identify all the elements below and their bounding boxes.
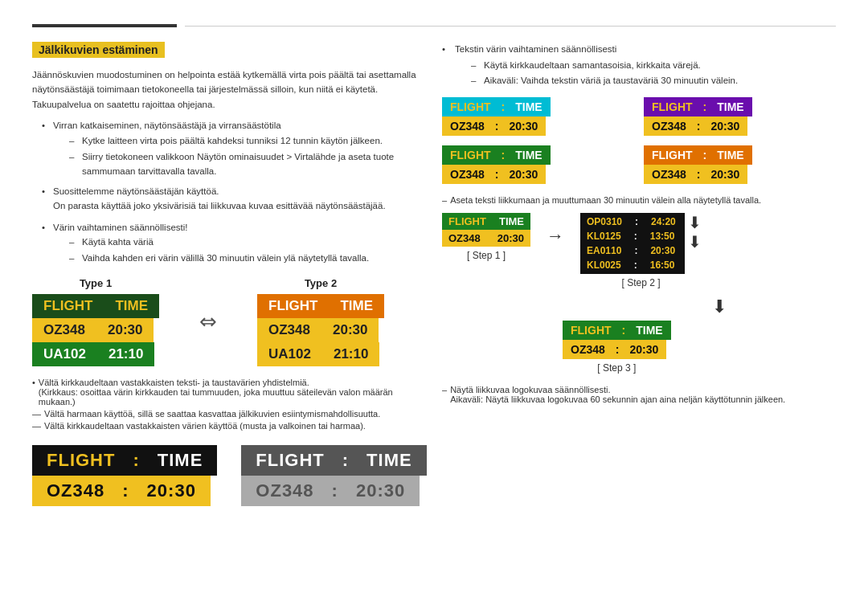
- divider-right: [185, 26, 836, 27]
- mini-display-orange: FLIGHT : TIME OZ348 : 20:30: [644, 145, 836, 184]
- color-dash-list: Käytä kahta väriä Vaihda kahden eri väri…: [53, 235, 418, 266]
- t2-row1-r: 20:30: [321, 318, 379, 342]
- scroll-r4-sep: :: [628, 258, 644, 272]
- step1-block: FLIGHT TIME OZ348 20:30 [ Step 1 ]: [442, 213, 530, 261]
- s3-row-colon: :: [613, 340, 622, 359]
- bd1-header: FLIGHT : TIME: [32, 445, 217, 476]
- t1-header-row: FLIGHT TIME: [32, 294, 159, 318]
- color-bullet: Värin vaihtaminen säännöllisesti! Käytä …: [42, 220, 418, 266]
- right-dash-1: Käytä kirkkaudeltaan samantasoisia, kirk…: [471, 58, 836, 74]
- mf-cyan-hdr-r: TIME: [507, 97, 550, 116]
- type2-display: FLIGHT TIME OZ348 20:30 UA102 21:10: [257, 294, 384, 366]
- right-dash-list-1: Käytä kirkkaudeltaan samantasoisia, kirk…: [455, 58, 836, 89]
- warn-text-2: Vältä harmaan käyttöä, sillä se saattaa …: [44, 409, 380, 419]
- bd2-hdr-r: TIME: [352, 445, 427, 476]
- four-display-grid: FLIGHT : TIME OZ348 : 20:30 FLIGHT :: [442, 97, 836, 184]
- bd2-colon: :: [339, 445, 352, 476]
- s3-hdr-r: TIME: [628, 321, 670, 340]
- scroll-r3-v: 20:30: [644, 243, 682, 258]
- scroll-r2-v: 13:50: [644, 229, 682, 243]
- mf-purple-hdr-l: FLIGHT: [644, 97, 701, 116]
- mf-green-row-l: OZ348: [442, 165, 493, 184]
- t2-row2: UA102 21:10: [257, 342, 384, 366]
- step2-block: OP0310 : 24:20 KL0125 : 13:50: [580, 213, 702, 288]
- mf-orange-colon: :: [701, 145, 710, 165]
- type2-label: Type 2: [257, 277, 384, 289]
- t1-row1-l: OZ348: [32, 318, 96, 342]
- step3-display: FLIGHT : TIME OZ348 : 20:30: [563, 321, 671, 359]
- page: Jälkikuvien estäminen Jäännöskuvien muod…: [0, 0, 868, 530]
- scroll-r1-l: OP0310: [580, 215, 628, 229]
- mf-orange-hdr-l: FLIGHT: [644, 145, 701, 165]
- scroll-r3-l: EA0110: [580, 243, 628, 258]
- s3-colon: :: [620, 321, 628, 340]
- s3-hdr-l: FLIGHT: [563, 321, 620, 340]
- bottom-display-gray: FLIGHT : TIME OZ348 : 20:30: [241, 445, 426, 506]
- scroll-r2-l: KL0125: [580, 229, 628, 243]
- mf-purple-colon: :: [701, 97, 710, 116]
- color-dash-2: Vaihda kahden eri värin välillä 30 minuu…: [69, 251, 418, 265]
- step1-header: FLIGHT TIME: [442, 213, 530, 230]
- mf-purple-row-colon: :: [694, 116, 703, 136]
- right-bullet-1: Tekstin värin vaihtaminen säännöllisesti…: [442, 42, 836, 89]
- step1-arrow-right: →: [547, 226, 564, 247]
- t2-row1-l: OZ348: [257, 318, 321, 342]
- step1-row-l: OZ348: [442, 230, 491, 247]
- t2-row1: OZ348 20:30: [257, 318, 384, 342]
- scroll-r4-l: KL0025: [580, 258, 628, 272]
- mf-green-hdr-l: FLIGHT: [442, 145, 499, 165]
- step3-hdr: FLIGHT : TIME: [563, 321, 671, 340]
- mini-display-purple: FLIGHT : TIME OZ348 : 20:30: [644, 97, 836, 136]
- warn-dash-2: — Vältä harmaan käyttöä, sillä se saatta…: [32, 409, 418, 419]
- scroll-row-1: OP0310 : 24:20: [580, 215, 685, 229]
- mf-orange-row-l: OZ348: [644, 165, 694, 184]
- scroll-r2-sep: :: [628, 229, 644, 243]
- bd1-hdr-r: TIME: [143, 445, 218, 476]
- type1-block: Type 1 FLIGHT TIME OZ348 20:30 UA102: [32, 277, 159, 366]
- bd2-row: OZ348 : 20:30: [241, 476, 426, 506]
- s3-row-l: OZ348: [563, 340, 613, 359]
- mf-green-hdr-r: TIME: [507, 145, 550, 165]
- scroll-row-2: KL0125 : 13:50: [580, 229, 685, 243]
- bd2-row-r: 20:30: [342, 476, 420, 506]
- mf-purple-row-r: 20:30: [702, 116, 747, 136]
- mf-green-row: OZ348 : 20:30: [442, 165, 634, 184]
- mf-green-row-r: 20:30: [501, 165, 546, 184]
- t2-header-row: FLIGHT TIME: [257, 294, 384, 318]
- right-dash-logo-text: Näytä liikkuvaa logokuvaa säännöllisesti…: [450, 385, 785, 404]
- bd1-row-l: OZ348: [32, 476, 119, 506]
- step1-display: FLIGHT TIME OZ348 20:30: [442, 213, 530, 247]
- scroll-row-4: KL0025 : 16:50: [580, 258, 685, 272]
- mf-green-hdr: FLIGHT : TIME: [442, 145, 634, 165]
- right-dash-text: Aseta teksti liikkumaan ja muuttumaan 30…: [450, 195, 761, 205]
- mf-purple-row-l: OZ348: [644, 116, 694, 136]
- t2-hdr-r: TIME: [329, 294, 384, 318]
- right-dash-2: Aikaväli: Vaihda tekstin väriä ja tausta…: [471, 73, 836, 89]
- t1-row1-r: 20:30: [96, 318, 154, 342]
- mf-cyan-row-colon: :: [493, 116, 502, 136]
- types-row: Type 1 FLIGHT TIME OZ348 20:30 UA102: [32, 277, 418, 366]
- s3-row-r: 20:30: [621, 340, 666, 359]
- step1-row-r: 20:30: [491, 230, 530, 247]
- bottom-displays: FLIGHT : TIME OZ348 : 20:30 FLIGHT :: [32, 445, 418, 506]
- t2-row2-l: UA102: [257, 342, 322, 366]
- mf-purple-row: OZ348 : 20:30: [644, 116, 836, 136]
- mf-cyan-row: OZ348 : 20:30: [442, 116, 634, 136]
- bd2-row-colon: :: [329, 476, 342, 506]
- bd1-row: OZ348 : 20:30: [32, 476, 217, 506]
- left-column: Jälkikuvien estäminen Jäännöskuvien muod…: [32, 42, 418, 506]
- warn-bullet-1: • Vältä kirkkaudeltaan vastakkaisten tek…: [32, 378, 418, 407]
- bullet-item-1: Virran katkaiseminen, näytönsäästäjä ja …: [42, 118, 418, 179]
- sub-dash-list-1: Kytke laitteen virta pois päältä kahdeks…: [53, 133, 418, 179]
- mf-green-row-colon: :: [493, 165, 502, 184]
- bd1-colon: :: [129, 445, 142, 476]
- dash-item-2: Siirry tietokoneen valikkoon Näytön omin…: [69, 149, 418, 179]
- step2-label: [ Step 2 ]: [621, 277, 660, 288]
- bd2-hdr-l: FLIGHT: [241, 445, 338, 476]
- arrow-down-2: ⬇: [688, 232, 702, 251]
- t2-row2-r: 21:10: [322, 342, 379, 366]
- steps-section: FLIGHT TIME OZ348 20:30 [ Step 1 ] →: [442, 213, 836, 374]
- scroll-row-3: EA0110 : 20:30: [580, 243, 685, 258]
- bd2-row-l: OZ348: [241, 476, 328, 506]
- arrow-down-step3: ⬇: [712, 296, 727, 317]
